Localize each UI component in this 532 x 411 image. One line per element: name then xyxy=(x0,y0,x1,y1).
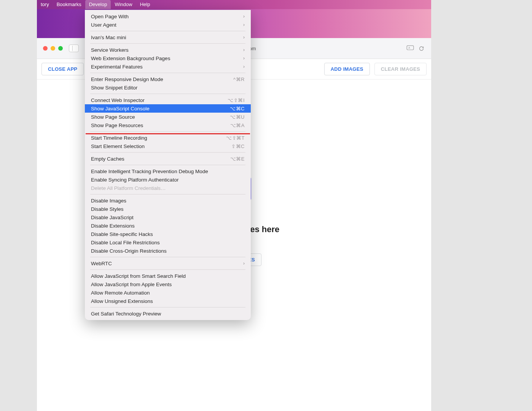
minimize-window-button[interactable] xyxy=(51,46,55,51)
develop-menu-item[interactable]: Disable JavaScript xyxy=(85,213,251,221)
develop-menu-item[interactable]: Get Safari Technology Preview xyxy=(85,309,251,318)
develop-menu-item[interactable]: Enable Intelligent Tracking Prevention D… xyxy=(85,167,251,175)
menu-item-label: Web Extension Background Pages xyxy=(91,56,170,61)
develop-menu-item[interactable]: Show Snippet Editor xyxy=(85,83,251,92)
develop-menu-item[interactable]: User Agent› xyxy=(85,21,251,29)
clear-images-button[interactable]: CLEAR IMAGES xyxy=(374,63,427,75)
menu-separator xyxy=(90,307,245,307)
menu-bookmarks[interactable]: Bookmarks xyxy=(53,0,85,9)
menu-item-label: Service Workers xyxy=(91,47,129,53)
develop-menu-item[interactable]: Enable Syncing Platform Authenticator xyxy=(85,175,251,184)
window-controls xyxy=(37,46,63,51)
menu-item-label: Enable Syncing Platform Authenticator xyxy=(91,177,178,183)
develop-menu-item[interactable]: Disable Images xyxy=(85,196,251,205)
develop-menu-item[interactable]: Disable Styles xyxy=(85,205,251,213)
menu-separator xyxy=(90,94,245,94)
chevron-right-icon: › xyxy=(243,22,245,27)
menu-separator xyxy=(90,73,245,73)
menu-develop[interactable]: Develop xyxy=(85,0,111,9)
menu-item-shortcut: ⌥⌘E xyxy=(230,156,245,162)
menu-history[interactable]: tory xyxy=(37,0,53,9)
develop-menu-item[interactable]: Allow Remote Automation xyxy=(85,288,251,297)
develop-menu-item[interactable]: WebRTC› xyxy=(85,259,251,268)
develop-menu-item[interactable]: Ivan's Mac mini› xyxy=(85,33,251,41)
reload-icon[interactable] xyxy=(419,46,424,51)
chevron-right-icon: › xyxy=(243,64,245,69)
translate-icon[interactable]: A xyxy=(406,45,414,51)
develop-menu-item: Delete All Platform Credentials… xyxy=(85,184,251,192)
close-window-button[interactable] xyxy=(43,46,48,51)
menu-item-label: Ivan's Mac mini xyxy=(91,35,126,40)
develop-menu-item[interactable]: Enter Responsive Design Mode^⌘R xyxy=(85,75,251,83)
menu-help[interactable]: Help xyxy=(136,0,154,9)
develop-menu-item[interactable]: Allow JavaScript from Smart Search Field xyxy=(85,272,251,280)
menu-item-shortcut: ⌥⇧⌘T xyxy=(226,135,245,141)
app-window: tory Bookmarks Develop Window Help water… xyxy=(37,0,431,411)
develop-menu-item[interactable]: Disable Cross-Origin Restrictions xyxy=(85,247,251,255)
menu-item-label: WebRTC xyxy=(91,261,112,266)
chevron-right-icon: › xyxy=(243,56,245,61)
menu-item-shortcut: ⇧⌘C xyxy=(231,143,245,149)
develop-menu-item[interactable]: Allow Unsigned Extensions xyxy=(85,297,251,305)
add-images-button[interactable]: ADD IMAGES xyxy=(324,63,370,75)
menu-item-label: Show Snippet Editor xyxy=(91,85,137,91)
develop-menu-item[interactable]: Show JavaScript Console⌥⌘C xyxy=(85,104,251,113)
develop-menu-item[interactable]: Show Page Source⌥⌘U xyxy=(85,113,251,121)
menu-item-label: User Agent xyxy=(91,22,116,28)
menu-separator xyxy=(90,131,245,132)
develop-menu-item[interactable]: Experimental Features› xyxy=(85,62,251,71)
fullscreen-window-button[interactable] xyxy=(58,46,63,51)
develop-menu-item[interactable]: Allow JavaScript from Apple Events xyxy=(85,280,251,288)
menu-separator xyxy=(90,43,245,44)
menu-item-shortcut: ⌥⌘U xyxy=(230,114,245,120)
develop-menu-item[interactable]: Disable Local File Restrictions xyxy=(85,238,251,247)
menu-item-label: Get Safari Technology Preview xyxy=(91,311,161,317)
menu-item-label: Disable JavaScript xyxy=(91,215,134,220)
menu-item-shortcut: ^⌘R xyxy=(233,76,245,82)
menu-item-label: Disable Local File Restrictions xyxy=(91,240,160,245)
menu-separator xyxy=(90,257,245,257)
menu-item-label: Disable Images xyxy=(91,198,126,204)
menu-item-label: Allow JavaScript from Smart Search Field xyxy=(91,273,186,279)
menu-item-label: Connect Web Inspector xyxy=(91,97,145,103)
chrome-right-controls: A xyxy=(406,45,424,51)
menu-item-label: Experimental Features xyxy=(91,64,143,70)
develop-menu-item[interactable]: Open Page With› xyxy=(85,12,251,21)
menu-item-label: Delete All Platform Credentials… xyxy=(91,185,166,191)
menu-item-label: Open Page With xyxy=(91,14,129,19)
menu-separator xyxy=(90,31,245,31)
svg-rect-0 xyxy=(407,46,414,50)
develop-menu-item[interactable]: Connect Web Inspector⌥⇧⌘I xyxy=(85,96,251,104)
menu-item-label: Disable Styles xyxy=(91,206,124,212)
mac-menubar: tory Bookmarks Develop Window Help xyxy=(37,0,431,9)
menu-separator xyxy=(90,194,245,194)
develop-menu-item[interactable]: Service Workers› xyxy=(85,46,251,54)
menu-item-label: Enter Responsive Design Mode xyxy=(91,76,163,82)
menu-separator xyxy=(90,165,245,165)
develop-menu-item[interactable]: Web Extension Background Pages› xyxy=(85,54,251,62)
menu-item-label: Enable Intelligent Tracking Prevention D… xyxy=(91,169,208,174)
develop-menu-item[interactable]: Show Page Resources⌥⌘A xyxy=(85,121,251,129)
menu-item-shortcut: ⌥⌘A xyxy=(230,123,245,128)
menu-item-label: Disable Cross-Origin Restrictions xyxy=(91,248,167,254)
develop-menu-item[interactable]: Empty Caches⌥⌘E xyxy=(85,155,251,163)
chevron-right-icon: › xyxy=(243,47,245,53)
chevron-right-icon: › xyxy=(243,261,245,266)
develop-menu-item[interactable]: Disable Site-specific Hacks xyxy=(85,230,251,238)
annotation-red-underline xyxy=(86,133,250,134)
sidebar-toggle-button[interactable] xyxy=(69,45,79,52)
menu-item-label: Show JavaScript Console xyxy=(91,106,150,112)
menu-item-label: Allow Remote Automation xyxy=(91,290,150,296)
menu-item-label: Disable Site-specific Hacks xyxy=(91,231,153,237)
menu-item-label: Start Timeline Recording xyxy=(91,135,147,141)
chevron-right-icon: › xyxy=(243,35,245,40)
develop-menu-item[interactable]: Start Timeline Recording⌥⇧⌘T xyxy=(85,134,251,142)
menu-window[interactable]: Window xyxy=(111,0,136,9)
develop-menu-item[interactable]: Disable Extensions xyxy=(85,221,251,230)
menu-separator xyxy=(90,152,245,153)
menu-item-shortcut: ⌥⇧⌘I xyxy=(228,97,245,103)
close-app-button[interactable]: CLOSE APP xyxy=(41,63,84,75)
menu-item-shortcut: ⌥⌘C xyxy=(230,106,245,112)
develop-menu-item[interactable]: Start Element Selection⇧⌘C xyxy=(85,142,251,150)
menu-item-label: Show Page Source xyxy=(91,114,135,120)
